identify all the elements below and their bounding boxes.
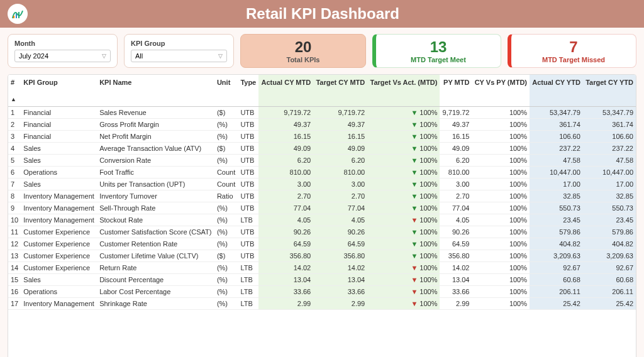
cell-py-mtd: 810.00 (440, 167, 472, 178)
cell-name: Discount Percentage (97, 274, 214, 286)
target-miss-label: MTD Target Missed (518, 56, 630, 63)
cell-unit: ($) (214, 107, 238, 119)
cell-type: LTB (238, 262, 258, 274)
cell-actual-mtd: 2.70 (258, 190, 313, 202)
table-row[interactable]: 13Customer ExperienceCustomer Lifetime V… (8, 250, 636, 262)
table-row[interactable]: 6OperationsFoot TrafficCountUTB810.00810… (8, 167, 636, 178)
cell-target-ytd: 17.00 (583, 178, 636, 190)
col-type[interactable]: Type (238, 75, 258, 107)
table-row[interactable]: 9Inventory ManagementSell-Through Rate(%… (8, 202, 636, 214)
cell-target-mtd: 90.26 (313, 226, 367, 238)
col-group[interactable]: KPI Group (21, 75, 97, 107)
cell-actual-mtd: 6.20 (258, 155, 313, 167)
cell-index: 1 (8, 107, 21, 119)
cell-unit: (%) (214, 238, 238, 250)
col-target-mtd[interactable]: Target CY MTD (313, 75, 367, 107)
cell-unit: (%) (214, 262, 238, 274)
cell-tva: ▼ 100% (367, 238, 440, 250)
cell-name: Conversion Rate (97, 155, 214, 167)
cell-group: Inventory Management (21, 202, 97, 214)
table-row[interactable]: 10Inventory ManagementStockout Rate(%)LT… (8, 214, 636, 226)
table-row[interactable]: 8Inventory ManagementInventory TurnoverR… (8, 190, 636, 202)
table-row[interactable]: 7SalesUnits per Transaction (UPT)CountUT… (8, 178, 636, 190)
cell-cv: 100% (472, 107, 530, 119)
group-select[interactable]: All ▽ (131, 50, 227, 62)
chevron-down-icon: ▽ (102, 53, 106, 59)
cell-target-mtd: 14.02 (313, 262, 367, 274)
cell-index: 7 (8, 178, 21, 190)
cell-name: Inventory Turnover (97, 190, 214, 202)
cell-index: 2 (8, 119, 21, 131)
table-row[interactable]: 17Inventory ManagementShrinkage Rate(%)L… (8, 298, 636, 310)
cell-type: UTB (238, 202, 258, 214)
cell-py-mtd: 90.26 (440, 226, 472, 238)
cell-actual-mtd: 13.04 (258, 274, 313, 286)
cell-target-mtd: 49.37 (313, 119, 367, 131)
cell-target-mtd: 4.05 (313, 214, 367, 226)
cell-name: Foot Traffic (97, 167, 214, 178)
cell-index: 13 (8, 250, 21, 262)
table-row[interactable]: 3FinancialNet Profit Margin(%)UTB16.1516… (8, 131, 636, 143)
svg-rect-1 (16, 14, 17, 18)
table-row[interactable]: 2FinancialGross Profit Margin(%)UTB49.37… (8, 119, 636, 131)
col-unit[interactable]: Unit (214, 75, 238, 107)
col-name[interactable]: KPI Name (97, 75, 214, 107)
col-target-ytd[interactable]: Target CY YTD (583, 75, 636, 107)
col-index[interactable]: #▲ (8, 75, 21, 107)
group-select-value: All (135, 52, 143, 60)
cell-unit: (%) (214, 286, 238, 298)
table-row[interactable]: 4SalesAverage Transaction Value (ATV)($)… (8, 143, 636, 155)
cell-type: LTB (238, 286, 258, 298)
table-row[interactable]: 12Customer ExperienceCustomer Retention … (8, 238, 636, 250)
cell-target-ytd: 361.74 (583, 119, 636, 131)
table-row[interactable]: 16OperationsLabor Cost Percentage(%)LTB3… (8, 286, 636, 298)
total-kpis-card: 20 Total KPIs (240, 34, 366, 68)
cell-unit: (%) (214, 155, 238, 167)
cell-unit: (%) (214, 226, 238, 238)
cell-group: Inventory Management (21, 214, 97, 226)
cell-cv: 100% (472, 274, 530, 286)
cell-tva: ▼ 100% (367, 214, 440, 226)
table-row[interactable]: 5SalesConversion Rate(%)UTB6.206.20▼ 100… (8, 155, 636, 167)
cell-name: Sales Revenue (97, 107, 214, 119)
cell-index: 10 (8, 214, 21, 226)
cell-tva: ▼ 100% (367, 190, 440, 202)
col-actual-mtd[interactable]: Actual CY MTD (258, 75, 313, 107)
col-cv[interactable]: CY Vs PY (MTD) (472, 75, 530, 107)
cell-name: Return Rate (97, 262, 214, 274)
table-row[interactable]: 11Customer ExperienceCustomer Satisfacti… (8, 226, 636, 238)
col-py-mtd[interactable]: PY MTD (440, 75, 472, 107)
cell-group: Operations (21, 167, 97, 178)
cell-target-mtd: 2.70 (313, 190, 367, 202)
filter-metric-row: Month July 2024 ▽ KPI Group All ▽ 20 Tot… (0, 28, 644, 74)
cell-name: Net Profit Margin (97, 131, 214, 143)
cell-target-ytd: 237.22 (583, 143, 636, 155)
kpi-table-wrapper[interactable]: #▲ KPI Group KPI Name Unit Type Actual C… (8, 74, 636, 357)
table-row[interactable]: 1FinancialSales Revenue($)UTB9,719.729,7… (8, 107, 636, 119)
cell-type: UTB (238, 190, 258, 202)
table-row[interactable]: 15SalesDiscount Percentage(%)LTB13.0413.… (8, 274, 636, 286)
month-select[interactable]: July 2024 ▽ (14, 50, 111, 62)
col-tva[interactable]: Target Vs Act. (MTD) (367, 75, 440, 107)
cell-target-ytd: 23.45 (583, 214, 636, 226)
total-kpis-value: 20 (247, 38, 359, 56)
cell-unit: (%) (214, 202, 238, 214)
cell-name: Stockout Rate (97, 214, 214, 226)
table-row[interactable]: 14Customer ExperienceReturn Rate(%)LTB14… (8, 262, 636, 274)
cell-actual-mtd: 49.09 (258, 143, 313, 155)
col-actual-ytd[interactable]: Actual CY YTD (530, 75, 583, 107)
cell-py-mtd: 49.37 (440, 119, 472, 131)
cell-type: LTB (238, 214, 258, 226)
target-meet-label: MTD Target Meet (382, 56, 494, 63)
cell-index: 8 (8, 190, 21, 202)
cell-cv: 100% (472, 167, 530, 178)
cell-name: Units per Transaction (UPT) (97, 178, 214, 190)
cell-target-mtd: 6.20 (313, 155, 367, 167)
cell-actual-mtd: 4.05 (258, 214, 313, 226)
svg-rect-2 (18, 12, 19, 18)
cell-name: Labor Cost Percentage (97, 286, 214, 298)
cell-type: UTB (238, 178, 258, 190)
cell-type: UTB (238, 107, 258, 119)
cell-py-mtd: 356.80 (440, 250, 472, 262)
cell-target-ytd: 10,447.00 (583, 167, 636, 178)
